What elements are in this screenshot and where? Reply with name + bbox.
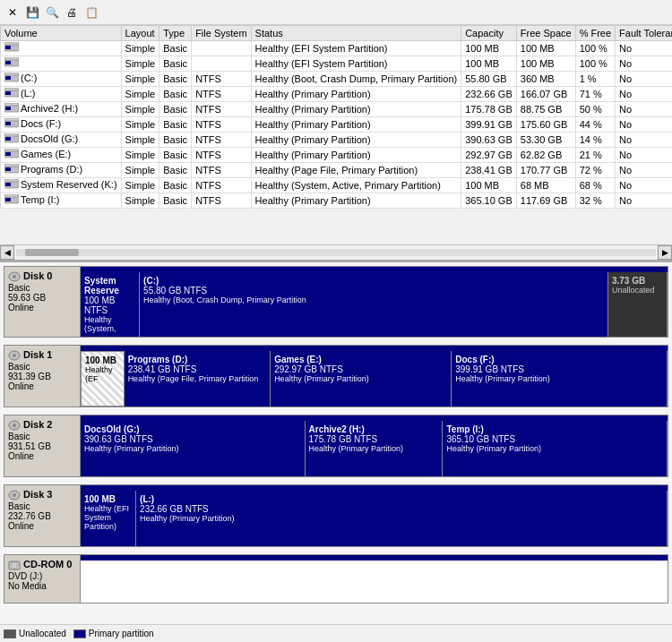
col-free[interactable]: Free Space: [516, 26, 575, 41]
cell-pct: 50 %: [575, 102, 615, 117]
drive-icon: [4, 133, 19, 144]
cell-layout: Simple: [121, 102, 159, 117]
close-button[interactable]: ✕: [4, 4, 22, 21]
drive-icon: [4, 149, 19, 159]
svg-rect-11: [5, 91, 11, 95]
drive-icon: [4, 103, 19, 114]
cell-free: 117.69 GB: [516, 193, 575, 209]
col-pct[interactable]: % Free: [575, 26, 615, 41]
save-button[interactable]: 💾: [23, 4, 41, 21]
scroll-right[interactable]: ▶: [658, 245, 672, 260]
table-row[interactable]: Programs (D:) SimpleBasicNTFSHealthy (Pa…: [1, 163, 673, 178]
disk-name-3: Disk 3: [8, 489, 76, 501]
disk-size-3: 232.76 GB: [8, 511, 76, 521]
scroll-left[interactable]: ◀: [0, 245, 14, 260]
cell-status: Healthy (System, Active, Primary Partiti…: [251, 178, 461, 193]
table-row[interactable]: System Reserved (K:) SimpleBasicNTFSHeal…: [1, 178, 673, 193]
hdd-icon: [8, 270, 21, 283]
svg-rect-29: [5, 183, 11, 186]
cell-ft: No: [616, 148, 672, 163]
partition-status-0-0: Healthy (System,: [84, 315, 135, 333]
cell-pct: 100 %: [575, 41, 615, 56]
disk-block-0: Disk 0 Basic 59.63 GB Online System Rese…: [4, 266, 668, 338]
table-row[interactable]: SimpleBasicHealthy (EFI System Partition…: [1, 41, 673, 56]
disk-partitions-1: 100 MB Healthy (EF Programs (D:) 238.41 …: [81, 346, 668, 407]
partition-1-1[interactable]: Programs (D:) 238.41 GB NTFS Healthy (Pa…: [125, 351, 271, 407]
partition-1-2[interactable]: Games (E:) 292.97 GB NTFS Healthy (Prima…: [271, 351, 452, 407]
table-row[interactable]: (L:) SimpleBasicNTFSHealthy (Primary Par…: [1, 87, 673, 102]
partition-1-3[interactable]: Docs (F:) 399.91 GB NTFS Healthy (Primar…: [452, 351, 668, 407]
cell-capacity: 175.78 GB: [461, 102, 517, 117]
partition-name-0-2: 3.73 GB: [612, 276, 663, 286]
cell-free: 53.30 GB: [516, 133, 575, 148]
horizontal-scrollbar[interactable]: ◀ ▶: [0, 244, 672, 259]
col-volume[interactable]: Volume: [1, 26, 122, 41]
cell-status: Healthy (EFI System Partition): [251, 56, 461, 72]
table-row[interactable]: Games (E:) SimpleBasicNTFSHealthy (Prima…: [1, 148, 673, 163]
partition-2-0[interactable]: DocsOld (G:) 390.63 GB NTFS Healthy (Pri…: [81, 421, 306, 476]
cell-free: 88.75 GB: [516, 102, 575, 117]
table-row[interactable]: DocsOld (G:) SimpleBasicNTFSHealthy (Pri…: [1, 133, 673, 148]
cell-free: 68 MB: [516, 178, 575, 193]
cell-fs: NTFS: [192, 178, 251, 193]
col-capacity[interactable]: Capacity: [461, 26, 517, 41]
col-type[interactable]: Type: [159, 26, 192, 41]
partition-2-1[interactable]: Archive2 (H:) 175.78 GB NTFS Healthy (Pr…: [306, 421, 444, 476]
cell-pct: 14 %: [575, 133, 615, 148]
partition-name-2-2: Temp (I:): [446, 424, 663, 434]
partition-name-2-0: DocsOld (G:): [84, 424, 301, 434]
legend-box-unallocated: [4, 629, 16, 638]
svg-rect-17: [5, 122, 11, 125]
svg-rect-19: [4, 133, 19, 136]
partition-0-0[interactable]: System Reserve 100 MB NTFS Healthy (Syst…: [81, 272, 140, 337]
table-row[interactable]: (C:) SimpleBasicNTFSHealthy (Boot, Crash…: [1, 72, 673, 87]
table-row[interactable]: Archive2 (H:) SimpleBasicNTFSHealthy (Pr…: [1, 102, 673, 117]
table-row[interactable]: SimpleBasicHealthy (EFI System Partition…: [1, 56, 673, 72]
disk-name-1: Disk 1: [8, 349, 76, 362]
svg-rect-22: [4, 149, 19, 151]
properties-button[interactable]: 📋: [82, 4, 100, 21]
table-row[interactable]: Temp (I:) SimpleBasicNTFSHealthy (Primar…: [1, 193, 673, 209]
cell-capacity: 55.80 GB: [461, 72, 517, 87]
cell-type: Basic: [159, 72, 192, 87]
col-layout[interactable]: Layout: [121, 26, 159, 41]
partition-1-0[interactable]: 100 MB Healthy (EF: [81, 351, 125, 407]
disk-status-2: Online: [8, 451, 76, 461]
cdrom-header-bar: [81, 555, 668, 561]
table-wrapper[interactable]: Volume Layout Type File System Status Ca…: [0, 25, 672, 244]
col-fs[interactable]: File System: [192, 26, 251, 41]
cell-ft: No: [616, 193, 672, 209]
cell-layout: Simple: [121, 178, 159, 193]
svg-point-38: [13, 424, 16, 427]
partition-0-2[interactable]: 3.73 GB Unallocated: [608, 272, 668, 337]
partition-0-1[interactable]: (C:) 55.80 GB NTFS Healthy (Boot, Crash …: [140, 272, 608, 337]
cell-fs: NTFS: [192, 148, 251, 163]
partition-status-1-3: Healthy (Primary Partition): [455, 374, 663, 383]
partition-2-2[interactable]: Temp (I:) 365.10 GB NTFS Healthy (Primar…: [443, 421, 668, 476]
col-ft[interactable]: Fault Tolerance: [616, 26, 672, 41]
partition-3-1[interactable]: (L:) 232.66 GB NTFS Healthy (Primary Par…: [136, 491, 668, 546]
svg-rect-13: [4, 103, 19, 106]
cell-type: Basic: [159, 102, 192, 117]
cell-ft: No: [616, 133, 672, 148]
cell-type: Basic: [159, 41, 192, 56]
table-row[interactable]: Docs (F:) SimpleBasicNTFSHealthy (Primar…: [1, 117, 673, 133]
cell-pct: 44 %: [575, 117, 615, 133]
print-button[interactable]: 🖨: [63, 4, 81, 21]
disk-partitions-3: 100 MB Healthy (EFI System Partition) (L…: [81, 485, 668, 546]
disk-partitions-2: DocsOld (G:) 390.63 GB NTFS Healthy (Pri…: [81, 415, 668, 476]
graphical-section[interactable]: Disk 0 Basic 59.63 GB Online System Rese…: [0, 262, 672, 624]
cell-capacity: 232.66 GB: [461, 87, 517, 102]
cell-layout: Simple: [121, 148, 159, 163]
disk-parts-row-3: 100 MB Healthy (EFI System Partition) (L…: [81, 491, 668, 546]
partition-3-0[interactable]: 100 MB Healthy (EFI System Partition): [81, 491, 136, 546]
cell-volume: Archive2 (H:): [1, 102, 122, 117]
col-status[interactable]: Status: [251, 26, 461, 41]
legend-label-primary: Primary partition: [89, 629, 154, 638]
volume-table-section: Volume Layout Type File System Status Ca…: [0, 25, 672, 262]
cell-capacity: 399.91 GB: [461, 117, 517, 133]
hdd-icon: [8, 349, 21, 362]
search-button[interactable]: 🔍: [43, 4, 61, 21]
svg-rect-2: [5, 46, 11, 49]
svg-rect-20: [5, 137, 11, 141]
